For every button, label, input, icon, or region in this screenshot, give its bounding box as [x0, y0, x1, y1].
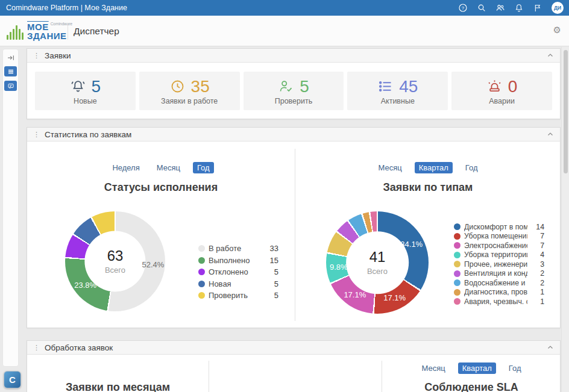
logo-bars-icon: [7, 22, 24, 40]
tab-year[interactable]: Год: [461, 162, 482, 173]
hamburger-icon: [7, 68, 14, 75]
help-icon[interactable]: ?: [458, 3, 468, 13]
legend-swatch: [454, 270, 461, 277]
expand-panel-icon[interactable]: [7, 54, 15, 62]
legend-item: Уборка помещений 7: [454, 232, 544, 241]
donut-chart-statuses: 63 Всего 52.4%23.8%: [65, 211, 165, 311]
donut-total-label: Всего: [367, 267, 388, 276]
drag-handle-icon[interactable]: ⋮: [33, 344, 40, 352]
legend-swatch: [454, 298, 461, 305]
legend-swatch: [454, 223, 461, 230]
stat-card-new[interactable]: 5 Новые: [35, 72, 136, 110]
stat-label: Новые: [74, 97, 97, 105]
section-stats-header: ⋮ Статистика по заявкам: [27, 128, 560, 142]
legend-item: Новая 5: [198, 278, 278, 290]
dashboard-screen: Comindware Platform | Мое Здание ? ДИ: [0, 0, 569, 392]
statuses-legend: В работе 33 Выполнено 15 Отклонено 5: [198, 243, 278, 302]
slice-percent-label: 17.1%: [344, 290, 366, 299]
legend-swatch: [198, 257, 205, 264]
legend-item: Уборка территории 4: [454, 250, 544, 260]
period-tabs: Месяц Квартал Год: [382, 362, 561, 374]
tab-month[interactable]: Месяц: [152, 162, 184, 173]
stat-label: Заявки в работе: [161, 97, 218, 105]
period-tabs: Неделя Месяц Год: [27, 162, 295, 173]
slice-percent-label: 52.4%: [142, 260, 164, 269]
stat-value: 5: [300, 77, 309, 96]
tab-month[interactable]: Месяц: [417, 362, 449, 374]
collapse-section-button[interactable]: [547, 344, 554, 351]
menu-button[interactable]: [4, 66, 17, 76]
user-avatar[interactable]: ДИ: [552, 2, 564, 14]
stat-card-active[interactable]: 45 Активные: [347, 72, 448, 110]
chart-title: Соблюдение SLA: [382, 381, 561, 392]
clock-icon: [169, 78, 186, 95]
legend-item: Авария, чрезвыч. сит... 1: [454, 297, 544, 306]
logo-brand: Comindware: [51, 22, 73, 26]
chevron-up-icon: [547, 131, 554, 138]
section-title: Заявки: [45, 51, 71, 60]
stat-card-emergency[interactable]: 0 Аварии: [451, 72, 552, 110]
scrollbar-track[interactable]: [561, 47, 569, 392]
tab-quarter[interactable]: Квартал: [458, 362, 496, 374]
chat-icon: [7, 82, 14, 90]
donut-total: 41: [369, 249, 386, 266]
header-divider: [68, 23, 68, 40]
legend-swatch: [198, 245, 205, 252]
flag-icon[interactable]: [533, 3, 542, 13]
legend-swatch: [454, 242, 461, 249]
slice-percent-label: 23.8%: [74, 281, 96, 290]
logo-line2: ЗДАНИЕ: [27, 31, 72, 40]
tab-week[interactable]: Неделя: [108, 162, 143, 173]
stat-card-in-progress[interactable]: 35 Заявки в работе: [139, 72, 240, 110]
tab-quarter[interactable]: Квартал: [415, 162, 453, 173]
left-rail: [2, 49, 19, 367]
section-processing: ⋮ Обработка заявок Заявки по месяцам Мес…: [27, 340, 561, 392]
types-chart-block: Месяц Квартал Год Заявки по типам 41 Все…: [295, 142, 561, 328]
stat-cards: 5 Новые 35 Заявки в работе: [27, 63, 560, 119]
legend-item: Прочее, инженерия 3: [454, 260, 544, 269]
chat-button[interactable]: [4, 81, 17, 91]
comindware-widget-button[interactable]: C: [4, 371, 21, 388]
bell-ringing-icon: [70, 78, 86, 95]
legend-item: В работе 33: [198, 243, 278, 255]
search-icon[interactable]: [477, 3, 486, 13]
stat-value: 35: [191, 77, 210, 96]
stat-value: 5: [92, 77, 101, 96]
legend-swatch: [198, 269, 205, 275]
section-zayavki-header: ⋮ Заявки: [27, 49, 560, 63]
section-title: Статистика по заявкам: [45, 130, 131, 139]
drag-handle-icon[interactable]: ⋮: [33, 131, 40, 138]
tab-month[interactable]: Месяц: [374, 162, 406, 173]
legend-swatch: [454, 279, 461, 286]
period-tabs: Месяц Квартал Год: [295, 162, 561, 173]
drag-handle-icon[interactable]: ⋮: [33, 52, 40, 60]
moe-zdanie-logo[interactable]: МОЕ Comindware ЗДАНИЕ: [7, 21, 72, 40]
types-legend: Дискомфорт в поме... 14 Уборка помещений…: [454, 222, 544, 306]
stat-label: Аварии: [489, 97, 515, 105]
tab-year[interactable]: Год: [193, 162, 214, 173]
stat-label: Активные: [381, 97, 415, 105]
legend-item: Водоснабжение и кан... 2: [454, 278, 544, 288]
scrollbar-thumb[interactable]: [564, 50, 568, 173]
section-processing-header: ⋮ Обработка заявок: [27, 341, 560, 355]
tab-year[interactable]: Год: [505, 362, 526, 374]
section-zayavki: ⋮ Заявки 5 Новые: [27, 48, 561, 119]
users-icon[interactable]: [495, 3, 505, 13]
statuses-chart-block: Неделя Месяц Год Статусы исполнения 63 В…: [27, 142, 295, 328]
slice-percent-label: 9.8%: [330, 263, 348, 272]
top-bar: Comindware Platform | Мое Здание ? ДИ: [0, 0, 569, 16]
collapse-section-button[interactable]: [547, 52, 554, 59]
slice-percent-label: 17.1%: [383, 293, 406, 302]
legend-item: Отклонено 5: [198, 266, 278, 278]
legend-swatch: [454, 289, 461, 296]
gear-icon[interactable]: ⚙: [553, 25, 561, 36]
legend-swatch: [198, 281, 205, 287]
stat-card-to-check[interactable]: 5 Проверить: [244, 72, 344, 110]
slice-percent-label: 34.1%: [400, 240, 423, 249]
collapse-section-button[interactable]: [547, 131, 554, 138]
legend-swatch: [198, 292, 205, 299]
app-title: Comindware Platform | Мое Здание: [6, 4, 127, 12]
legend-item: Электроснабжение 7: [454, 241, 544, 250]
bell-icon[interactable]: [514, 3, 524, 13]
chart-title: Статусы исполнения: [27, 181, 295, 194]
